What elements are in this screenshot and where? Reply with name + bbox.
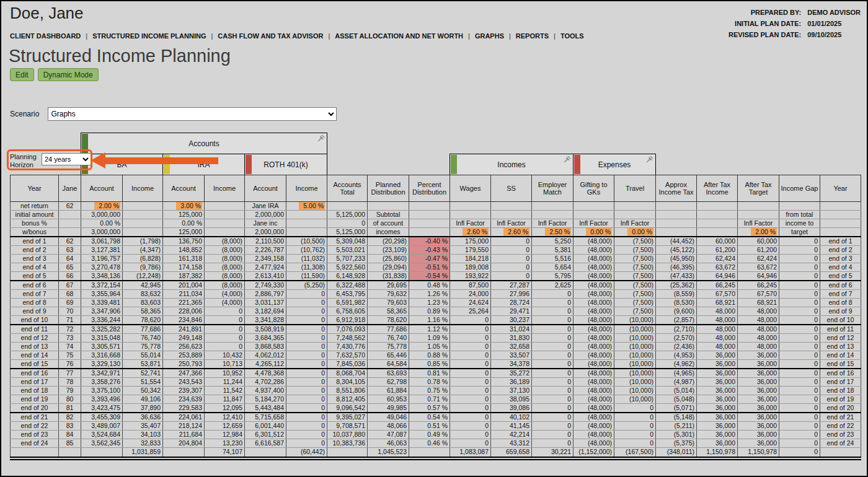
table-cell: 3,372,154 bbox=[81, 281, 123, 290]
table-cell: (10,000) bbox=[614, 325, 656, 334]
planning-horizon-select[interactable]: 24 years bbox=[42, 153, 91, 165]
table-cell: (8,000) bbox=[205, 263, 245, 272]
table-cell: 0 bbox=[450, 351, 491, 360]
table-cell: 48,066 bbox=[368, 422, 409, 431]
table-cell: end of 20 bbox=[820, 404, 861, 413]
nav-item-reports[interactable]: REPORTS bbox=[516, 32, 549, 40]
column-header: Year bbox=[820, 175, 861, 202]
pin-icon[interactable] bbox=[564, 155, 571, 163]
nav-item-structured-income-planning[interactable]: STRUCTURED INCOME PLANNING bbox=[92, 32, 206, 40]
table-cell: (5,071) bbox=[656, 404, 697, 413]
column-header: Jane bbox=[59, 175, 81, 202]
table-cell: 36,000 bbox=[738, 395, 779, 404]
scenario-select[interactable]: Graphs bbox=[48, 107, 337, 121]
table-cell: 28,724 bbox=[491, 299, 532, 307]
table-cell: 0 bbox=[450, 422, 491, 431]
nav-item-asset-allocation-and-net-worth[interactable]: ASSET ALLOCATION AND NET WORTH bbox=[335, 32, 463, 40]
table-cell: -0.47 % bbox=[409, 255, 450, 263]
rate-input-cell[interactable]: 0.00 % bbox=[574, 228, 614, 237]
rate-input-cell[interactable]: 5.00 % bbox=[286, 202, 327, 211]
table-cell: 83,603 bbox=[123, 299, 163, 307]
table-cell: 0 bbox=[532, 343, 574, 351]
edit-button[interactable]: Edit bbox=[10, 68, 34, 81]
table-cell: 0 bbox=[779, 272, 820, 281]
table-cell: 48,000 bbox=[738, 325, 779, 334]
table-cell: 10,383,736 bbox=[327, 439, 368, 448]
table-cell bbox=[286, 219, 327, 228]
table-cell bbox=[738, 202, 779, 211]
rate-input-cell[interactable]: 3.00 % bbox=[163, 202, 205, 211]
rate-input-cell[interactable]: 2.00 % bbox=[738, 228, 779, 237]
table-cell: (10,000) bbox=[614, 378, 656, 387]
table-cell: 0 bbox=[491, 255, 532, 263]
dynamic-mode-button[interactable]: Dynamic Mode bbox=[38, 68, 99, 81]
table-cell: 72 bbox=[59, 325, 81, 334]
table-cell: 0.46 % bbox=[409, 439, 450, 448]
roth-401k-account-label: ROTH 401(k) bbox=[264, 160, 308, 169]
rate-input-cell[interactable]: 2.00 % bbox=[81, 202, 123, 211]
table-cell: 234,639 bbox=[163, 395, 205, 404]
table-cell bbox=[205, 219, 245, 228]
table-cell: end of 9 bbox=[820, 307, 861, 316]
table-cell: end of 12 bbox=[820, 334, 861, 343]
table-cell bbox=[59, 448, 81, 458]
table-cell: 10,952 bbox=[205, 369, 245, 378]
table-cell: 5,654 bbox=[532, 263, 574, 272]
table-cell: 3,061,798 bbox=[81, 237, 123, 246]
rate-input-cell[interactable]: 2.60 % bbox=[491, 228, 532, 237]
table-cell: 82 bbox=[59, 413, 81, 422]
table-cell: 0 bbox=[532, 316, 574, 325]
table-cell: 9,096,542 bbox=[327, 404, 368, 413]
table-cell: (48,000) bbox=[574, 343, 614, 351]
table-cell: 0 bbox=[532, 360, 574, 369]
table-cell: (48,000) bbox=[574, 237, 614, 246]
table-row: end of 8693,339,48183,603221,365(4,000)3… bbox=[11, 299, 861, 307]
pin-icon[interactable] bbox=[317, 134, 325, 142]
initial-plan-date-label: INITIAL PLAN DATE: bbox=[728, 20, 801, 27]
table-row: end of 5663,348,136(12,248)187,382(8,000… bbox=[11, 272, 861, 281]
ira-color-swatch bbox=[164, 155, 170, 174]
table-row: end of 4653,270,478(9,786)174,158(8,000)… bbox=[11, 263, 861, 272]
table-cell: 0 bbox=[450, 325, 491, 334]
table-cell: 0 bbox=[286, 439, 327, 448]
table-cell: 0 bbox=[286, 334, 327, 343]
table-cell: 125,000 bbox=[163, 211, 205, 219]
nav-item-tools[interactable]: TOOLS bbox=[560, 32, 584, 40]
rate-input-cell[interactable]: 0.00 % bbox=[614, 228, 656, 237]
table-cell: 3,423,475 bbox=[81, 404, 123, 413]
table-cell: Infl Factor bbox=[532, 219, 574, 228]
scenario-label: Scenario bbox=[10, 110, 39, 118]
table-cell: 3,000,000 bbox=[81, 211, 123, 219]
table-cell: 0.71 % bbox=[409, 395, 450, 404]
table-cell bbox=[123, 211, 163, 219]
table-cell: 0.00 % bbox=[163, 219, 205, 228]
table-cell: end of 11 bbox=[820, 325, 861, 334]
table-cell: (5,211) bbox=[656, 422, 697, 431]
nav-item-graphs[interactable]: GRAPHS bbox=[475, 32, 504, 40]
incomes-group-header: Incomes bbox=[450, 154, 574, 175]
nav-item-client-dashboard[interactable]: CLIENT DASHBOARD bbox=[10, 32, 81, 40]
table-cell: (48,000) bbox=[574, 299, 614, 307]
table-cell: 58,365 bbox=[123, 307, 163, 316]
table-cell bbox=[656, 202, 697, 211]
table-cell: 0 bbox=[779, 422, 820, 431]
table-cell: (6,828) bbox=[123, 255, 163, 263]
header-row: YearJaneAccountIncomeAccountIncomeAccoun… bbox=[11, 175, 861, 202]
table-cell bbox=[409, 211, 450, 219]
rate-input-cell[interactable]: 2.50 % bbox=[532, 228, 574, 237]
table-cell: 0 bbox=[614, 404, 656, 413]
table-cell: 81 bbox=[59, 404, 81, 413]
table-cell: 12,659 bbox=[205, 422, 245, 431]
rate-input-cell[interactable]: 2.60 % bbox=[450, 228, 491, 237]
table-cell: 5,503,021 bbox=[327, 246, 368, 255]
table-cell: (4,953) bbox=[656, 351, 697, 360]
table-cell: 43,312 bbox=[491, 439, 532, 448]
nav-item-cash-flow-and-tax-advisor[interactable]: CASH FLOW AND TAX ADVISOR bbox=[218, 32, 323, 40]
column-header: Income bbox=[286, 175, 327, 202]
pin-icon[interactable] bbox=[646, 155, 653, 163]
table-cell: end of 16 bbox=[820, 369, 861, 378]
table-cell: (48,000) bbox=[574, 263, 614, 272]
table-cell: 5,125,000 bbox=[327, 228, 368, 237]
table-cell bbox=[368, 202, 409, 211]
table-cell: 6,616,587 bbox=[245, 439, 286, 448]
